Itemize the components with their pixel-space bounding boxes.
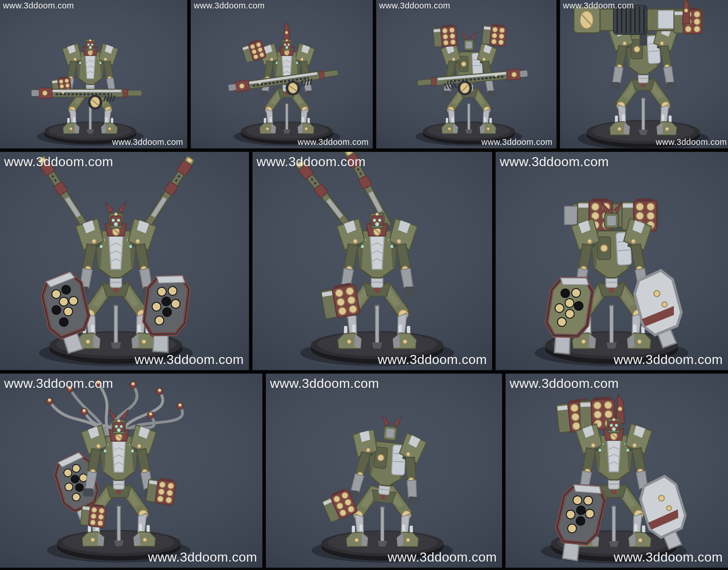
watermark-bottom-right: www.3ddoom.com xyxy=(656,137,727,147)
mech-render-missile-rack xyxy=(496,152,728,370)
render-cell-mid-3: www.3ddoom.com www.3ddoom.com xyxy=(496,152,728,370)
watermark-top-left: www.3ddoom.com xyxy=(563,0,634,11)
watermark-bottom-right: www.3ddoom.com xyxy=(135,351,244,368)
render-cell-top-4: www.3ddoom.com www.3ddoom.com xyxy=(560,0,728,149)
watermark-top-left: www.3ddoom.com xyxy=(500,154,609,170)
watermark-bottom-right: www.3ddoom.com xyxy=(613,351,723,368)
watermark-bottom-right: www.3ddoom.com xyxy=(298,137,369,147)
watermark-top-left: www.3ddoom.com xyxy=(4,375,113,392)
render-cell-top-3: www.3ddoom.com www.3ddoom.com xyxy=(376,0,556,149)
watermark-bottom-right: www.3ddoom.com xyxy=(378,351,487,368)
mech-render-aim-right xyxy=(191,0,373,149)
collage-row-2: www.3ddoom.com www.3ddoom.com xyxy=(0,152,728,370)
mech-render-twin-cannons-shields xyxy=(0,152,249,370)
render-cell-bot-1: www.3ddoom.com www.3ddoom.com xyxy=(0,373,262,568)
watermark-top-left: www.3ddoom.com xyxy=(194,0,265,11)
watermark-top-left: www.3ddoom.com xyxy=(379,0,450,11)
mech-render-twin-cannons-pod xyxy=(252,152,492,370)
mech-render-front-rifle xyxy=(0,0,187,149)
watermark-bottom-right: www.3ddoom.com xyxy=(388,549,497,565)
mech-render-cables-shields xyxy=(0,373,262,568)
watermark-top-left: www.3ddoom.com xyxy=(510,375,619,392)
render-cell-bot-2: www.3ddoom.com www.3ddoom.com xyxy=(266,373,502,568)
mech-render-rear-crouch xyxy=(266,373,502,568)
watermark-bottom-right: www.3ddoom.com xyxy=(481,137,552,147)
render-cell-top-2: www.3ddoom.com www.3ddoom.com xyxy=(191,0,373,149)
mech-render-rear-heavy xyxy=(560,0,728,149)
watermark-top-left: www.3ddoom.com xyxy=(3,0,74,11)
render-cell-mid-2: www.3ddoom.com www.3ddoom.com xyxy=(252,152,492,370)
watermark-top-left: www.3ddoom.com xyxy=(4,154,113,170)
collage-row-1: www.3ddoom.com www.3ddoom.com xyxy=(0,0,728,149)
render-cell-bot-3: www.3ddoom.com www.3ddoom.com xyxy=(506,373,728,568)
render-cell-top-1: www.3ddoom.com www.3ddoom.com xyxy=(0,0,187,149)
watermark-bottom-right: www.3ddoom.com xyxy=(148,549,257,565)
watermark-top-left: www.3ddoom.com xyxy=(256,154,366,170)
watermark-top-left: www.3ddoom.com xyxy=(270,375,379,392)
collage-row-3: www.3ddoom.com www.3ddoom.com xyxy=(0,373,728,568)
mech-render-pods-shield xyxy=(506,373,728,568)
render-collage: www.3ddoom.com www.3ddoom.com xyxy=(0,0,728,570)
watermark-bottom-right: www.3ddoom.com xyxy=(112,137,183,147)
watermark-bottom-right: www.3ddoom.com xyxy=(613,549,723,565)
mech-render-rear-launchers xyxy=(376,0,556,149)
render-cell-mid-1: www.3ddoom.com www.3ddoom.com xyxy=(0,152,249,370)
